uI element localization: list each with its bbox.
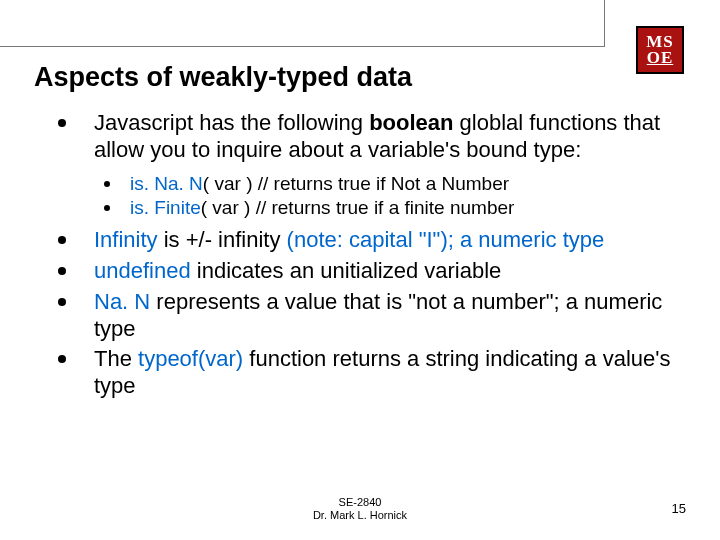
sub-bullet-1: is. Na. N( var ) // returns true if Not … [94, 172, 676, 197]
slide-footer: SE-2840 Dr. Mark L. Hornick [0, 496, 720, 522]
bullet-4: Na. N represents a value that is "not a … [54, 289, 676, 343]
kw-infinity: Infinity [94, 227, 158, 252]
bullet-2: Infinity is +/- infinity (note: capital … [54, 227, 676, 254]
bullet-1: Javascript has the following boolean glo… [54, 110, 676, 164]
kw-nan: Na. N [94, 289, 150, 314]
msoe-logo: MS OE [636, 26, 684, 74]
header-rule [0, 46, 605, 47]
footer-course: SE-2840 [0, 496, 720, 509]
code-typeof: typeof(var) [138, 346, 243, 371]
slide-title: Aspects of weakly-typed data [34, 62, 412, 93]
bullet-3: undefined indicates an unitialized varia… [54, 258, 676, 285]
code-isfinite: is. Finite [130, 197, 201, 218]
logo-line2: OE [647, 50, 674, 66]
footer-author: Dr. Mark L. Hornick [0, 509, 720, 522]
code-isnan: is. Na. N [130, 173, 203, 194]
page-number: 15 [672, 501, 686, 516]
slide-body: Javascript has the following boolean glo… [54, 110, 676, 404]
sub-bullet-2: is. Finite( var ) // returns true if a f… [94, 196, 676, 221]
bullet-5: The typeof(var) function returns a strin… [54, 346, 676, 400]
header-vertical-rule [604, 0, 605, 46]
kw-undefined: undefined [94, 258, 191, 283]
